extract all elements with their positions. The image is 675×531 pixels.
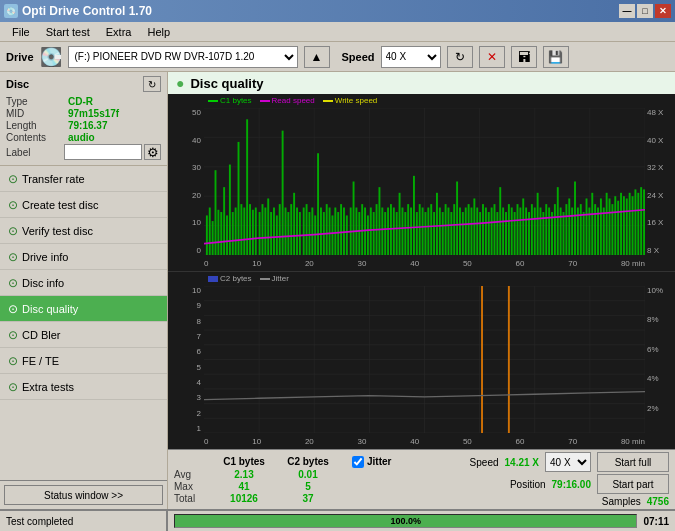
svg-rect-136 [560,208,562,255]
refresh-button[interactable]: ↻ [447,46,473,68]
svg-rect-112 [491,208,493,255]
svg-rect-25 [238,142,240,255]
y-axis-left-upper: 50 40 30 20 10 0 [168,108,204,255]
max-c1: 41 [214,481,274,492]
xl-30: 30 [358,437,367,446]
legend-write-speed: Write speed [323,96,378,105]
svg-rect-55 [326,204,328,255]
status-window-button[interactable]: Status window >> [4,485,163,505]
svg-rect-156 [617,201,619,255]
svg-rect-129 [540,208,542,255]
svg-rect-15 [209,208,211,255]
disc-mid-label: MID [6,108,68,119]
svg-rect-141 [574,182,576,256]
x-label-70: 70 [568,259,577,268]
svg-rect-157 [620,193,622,255]
menu-file[interactable]: File [4,24,38,40]
x-label-30: 30 [358,259,367,268]
stats-header-c1: C1 bytes [214,456,274,468]
svg-rect-16 [212,221,214,255]
svg-rect-76 [387,208,389,255]
speed-select[interactable]: 40 X [381,46,441,68]
progress-bar-container: 100.0% [174,514,637,528]
svg-rect-114 [496,212,498,255]
yl-5: 5 [197,363,201,372]
sidebar-item-extra-tests[interactable]: ⊙ Extra tests [0,374,167,400]
svg-rect-113 [494,204,496,255]
svg-rect-88 [422,208,424,255]
sidebar-item-disc-quality[interactable]: ⊙ Disc quality [0,296,167,322]
sidebar-item-disc-info[interactable]: ⊙ Disc info [0,270,167,296]
yr-2pct: 2% [647,404,659,413]
sidebar-item-create-test-disc[interactable]: ⊙ Create test disc [0,192,167,218]
svg-rect-94 [439,208,441,255]
maximize-button[interactable]: □ [637,4,653,18]
sidebar-item-fe-te[interactable]: ⊙ FE / TE [0,348,167,374]
status-message: Test completed [0,511,168,531]
x-label-60: 60 [516,259,525,268]
svg-rect-66 [358,212,360,255]
disc-length-label: Length [6,120,68,131]
y-right-32x: 32 X [647,163,663,172]
burn-button[interactable]: 🖬 [511,46,537,68]
svg-rect-102 [462,212,464,255]
xl-0: 0 [204,437,208,446]
svg-rect-135 [557,187,559,255]
sidebar-item-verify-test-disc[interactable]: ⊙ Verify test disc [0,218,167,244]
x-label-40: 40 [410,259,419,268]
svg-rect-29 [249,204,251,255]
jitter-checkbox[interactable] [352,456,364,468]
svg-rect-150 [600,198,602,255]
yl-10: 10 [192,286,201,295]
fe-te-icon: ⊙ [8,354,18,368]
legend-read-speed: Read speed [260,96,315,105]
svg-rect-60 [340,204,342,255]
minimize-button[interactable]: — [619,4,635,18]
svg-rect-155 [614,196,616,255]
disc-label-icon-button[interactable]: ⚙ [144,144,161,160]
close-button[interactable]: ✕ [655,4,671,18]
xl-50: 50 [463,437,472,446]
svg-rect-58 [334,208,336,255]
stats-top-row: C1 bytes C2 bytes Jitter Avg 2.13 0.01 [168,450,675,509]
stats-total-row: Total 10126 37 [174,493,466,504]
y-right-16x: 16 X [647,218,663,227]
speed-label: Speed [342,51,375,63]
legend-c2: C2 bytes [208,274,252,283]
erase-button[interactable]: ✕ [479,46,505,68]
x-axis-upper: 0 10 20 30 40 50 60 70 80 min [204,255,645,271]
eject-button[interactable]: ▲ [304,46,330,68]
svg-rect-160 [629,193,631,255]
xl-60: 60 [516,437,525,446]
menu-extra[interactable]: Extra [98,24,140,40]
sidebar-item-cd-bler[interactable]: ⊙ CD Bler [0,322,167,348]
svg-rect-82 [404,212,406,255]
speed-select2[interactable]: 40 X [545,452,591,472]
position-label: Position [510,479,546,490]
svg-rect-144 [583,212,585,255]
disc-label-input[interactable] [64,144,142,160]
sidebar-label-fe-te: FE / TE [22,355,59,367]
disc-refresh-button[interactable]: ↻ [143,76,161,92]
cd-bler-icon: ⊙ [8,328,18,342]
sidebar-label-disc-info: Disc info [22,277,64,289]
svg-rect-101 [459,208,461,255]
yl-9: 9 [197,301,201,310]
svg-rect-106 [473,198,475,255]
start-full-button[interactable]: Start full [597,452,669,472]
save-button[interactable]: 💾 [543,46,569,68]
svg-rect-91 [430,204,432,255]
yl-7: 7 [197,332,201,341]
start-part-button[interactable]: Start part [597,474,669,494]
menu-help[interactable]: Help [139,24,178,40]
sidebar-item-drive-info[interactable]: ⊙ Drive info [0,244,167,270]
menu-start-test[interactable]: Start test [38,24,98,40]
extra-tests-icon: ⊙ [8,380,18,394]
disc-type-label: Type [6,96,68,107]
svg-rect-124 [525,208,527,255]
disc-contents-label: Contents [6,132,68,143]
svg-rect-96 [445,204,447,255]
sidebar-item-transfer-rate[interactable]: ⊙ Transfer rate [0,166,167,192]
svg-rect-126 [531,204,533,255]
drive-select[interactable]: (F:) PIONEER DVD RW DVR-107D 1.20 [68,46,298,68]
